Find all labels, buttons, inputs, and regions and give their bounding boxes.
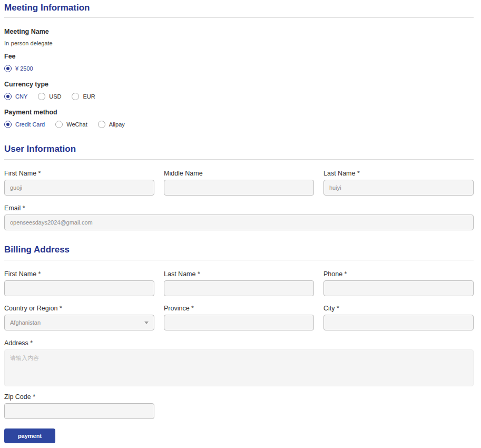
city-label: City *	[323, 305, 474, 313]
country-group: Country or Region * Afghanistan	[4, 305, 154, 330]
address-label: Address *	[4, 339, 474, 347]
first-name-label: First Name *	[4, 170, 154, 178]
zip-group: Zip Code *	[4, 393, 154, 419]
email-label: Email *	[4, 204, 474, 212]
country-label: Country or Region *	[4, 305, 154, 313]
billing-region-row: Country or Region * Afghanistan Province…	[4, 305, 474, 330]
currency-option-eur[interactable]: EUR	[72, 93, 95, 100]
province-label: Province *	[164, 305, 314, 313]
meeting-name-label: Meeting Name	[4, 28, 474, 36]
city-input[interactable]	[323, 315, 474, 330]
section-divider	[4, 17, 474, 18]
billing-last-name-input[interactable]	[164, 280, 314, 296]
payment-button[interactable]: payment	[4, 428, 55, 443]
country-selected-value: Afghanistan	[10, 319, 41, 326]
province-input[interactable]	[164, 315, 314, 330]
currency-option-label: EUR	[83, 93, 95, 100]
radio-unselected-icon	[38, 93, 45, 100]
province-group: Province *	[164, 305, 314, 330]
last-name-input[interactable]	[323, 180, 474, 196]
currency-option-label: CNY	[15, 93, 27, 100]
currency-type-label: Currency type	[4, 81, 474, 89]
fee-option-label: ¥ 2500	[15, 65, 33, 72]
address-textarea[interactable]	[4, 349, 474, 386]
last-name-group: Last Name *	[323, 170, 474, 196]
user-information-title: User Information	[4, 144, 474, 154]
billing-last-name-label: Last Name *	[164, 270, 314, 278]
fee-label: Fee	[4, 53, 474, 61]
zip-code-label: Zip Code *	[4, 393, 154, 401]
payment-option-label: Credit Card	[15, 121, 45, 128]
section-divider	[4, 159, 474, 160]
billing-first-name-input[interactable]	[4, 280, 154, 296]
radio-unselected-icon	[72, 93, 79, 100]
billing-first-name-group: First Name *	[4, 270, 154, 296]
payment-option-wechat[interactable]: WeChat	[55, 121, 87, 128]
payment-option-alipay[interactable]: Alipay	[98, 121, 125, 128]
email-group: Email *	[4, 204, 474, 230]
payment-option-label: WeChat	[66, 121, 87, 128]
city-group: City *	[323, 305, 474, 330]
radio-unselected-icon	[55, 121, 63, 128]
payment-form-page: Meeting Information Meeting Name In-pers…	[0, 0, 481, 443]
middle-name-group: Middle Name	[164, 170, 314, 196]
fee-radio-group: ¥ 2500	[4, 65, 474, 72]
address-group: Address *	[4, 339, 474, 386]
country-select[interactable]: Afghanistan	[4, 315, 154, 330]
currency-option-usd[interactable]: USD	[38, 93, 61, 100]
billing-last-name-group: Last Name *	[164, 270, 314, 296]
currency-option-label: USD	[49, 93, 61, 100]
radio-selected-icon	[4, 65, 12, 72]
last-name-label: Last Name *	[323, 170, 474, 178]
billing-first-name-label: First Name *	[4, 270, 154, 278]
middle-name-label: Middle Name	[164, 170, 314, 178]
middle-name-input[interactable]	[164, 180, 314, 196]
radio-selected-icon	[4, 93, 12, 100]
payment-option-label: Alipay	[109, 121, 125, 128]
user-name-row: First Name * Middle Name Last Name *	[4, 170, 474, 196]
first-name-input[interactable]	[4, 180, 154, 196]
fee-option-2500[interactable]: ¥ 2500	[4, 65, 33, 72]
section-divider	[4, 260, 474, 260]
billing-phone-label: Phone *	[323, 270, 474, 278]
billing-phone-input[interactable]	[323, 280, 474, 296]
payment-option-credit-card[interactable]: Credit Card	[4, 121, 45, 128]
currency-option-cny[interactable]: CNY	[4, 93, 27, 100]
chevron-down-icon	[144, 322, 149, 324]
email-input[interactable]	[4, 215, 474, 230]
radio-selected-icon	[4, 121, 12, 128]
first-name-group: First Name *	[4, 170, 154, 196]
billing-name-row: First Name * Last Name * Phone *	[4, 270, 474, 296]
payment-method-radio-group: Credit Card WeChat Alipay	[4, 121, 474, 128]
payment-method-label: Payment method	[4, 109, 474, 116]
meeting-information-title: Meeting Information	[4, 3, 474, 13]
meeting-name-value: In-person delegate	[4, 40, 474, 47]
zip-code-input[interactable]	[4, 403, 154, 419]
radio-unselected-icon	[98, 121, 105, 128]
currency-radio-group: CNY USD EUR	[4, 93, 474, 100]
billing-address-title: Billing Address	[4, 245, 474, 255]
billing-phone-group: Phone *	[323, 270, 474, 296]
